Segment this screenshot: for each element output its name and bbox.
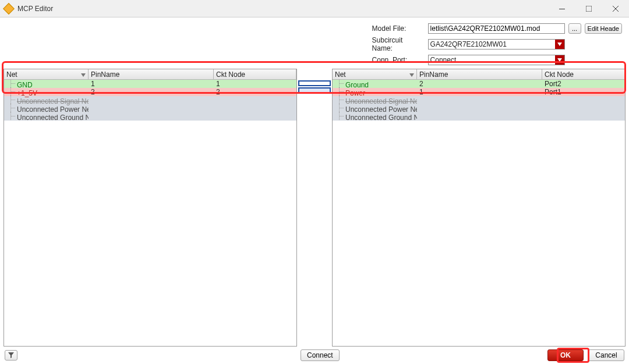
model-file-label: Model File: bbox=[372, 24, 425, 33]
chevron-down-icon bbox=[555, 55, 564, 65]
browse-button[interactable]: ... bbox=[568, 23, 581, 34]
cell-pinname: 1 bbox=[417, 88, 542, 96]
connect-button[interactable]: Connect bbox=[301, 349, 340, 361]
col-pinname[interactable]: PinName bbox=[89, 69, 214, 79]
tree-branch-icon bbox=[335, 96, 345, 104]
tree-branch-icon bbox=[6, 104, 17, 112]
window-title: MCP Editor bbox=[17, 5, 53, 13]
link-column bbox=[297, 69, 332, 347]
right-grid-header: Net PinName Ckt Node bbox=[333, 69, 625, 80]
cancel-button[interactable]: Cancel bbox=[588, 349, 624, 361]
cell-cktnode: Port1 bbox=[542, 88, 625, 96]
tree-branch-icon bbox=[6, 112, 17, 120]
left-grid-body[interactable]: GND11+1_5V22Unconnected Signal Net(s)Unc… bbox=[4, 80, 296, 346]
subcircuit-label: Subcircuit Name: bbox=[372, 36, 425, 52]
col-pinname[interactable]: PinName bbox=[417, 69, 542, 79]
funnel-icon bbox=[8, 352, 14, 358]
minimize-button[interactable] bbox=[549, 0, 575, 17]
conn-port-label: Conn. Port: bbox=[372, 56, 425, 64]
titlebar: MCP Editor bbox=[0, 0, 629, 17]
mcp-editor-window: MCP Editor Model File: ... Edit Heade Su… bbox=[0, 0, 629, 364]
cell-net: Unconnected Ground N... bbox=[333, 112, 417, 122]
subcircuit-select[interactable]: GA242QR7E2102MW01 bbox=[428, 39, 565, 50]
main-area: Net PinName Ckt Node GND11+1_5V22Unconne… bbox=[0, 69, 629, 347]
filter-button[interactable] bbox=[5, 350, 17, 361]
col-net[interactable]: Net bbox=[333, 69, 417, 79]
cell-net: Unconnected Ground N... bbox=[4, 112, 89, 122]
app-icon bbox=[3, 3, 15, 15]
link-indicator-selected bbox=[298, 87, 331, 93]
tree-branch-icon bbox=[6, 80, 17, 87]
close-button[interactable] bbox=[602, 0, 629, 17]
cell-pinname: 2 bbox=[89, 88, 214, 96]
tree-branch-icon bbox=[6, 96, 17, 104]
cell-pinname: 1 bbox=[89, 80, 214, 88]
edit-header-button[interactable]: Edit Heade bbox=[585, 23, 622, 34]
conn-port-select[interactable]: Connect bbox=[428, 55, 565, 65]
col-net[interactable]: Net bbox=[4, 69, 89, 79]
cell-cktnode: 1 bbox=[214, 80, 296, 88]
left-grid-header: Net PinName Ckt Node bbox=[4, 69, 296, 80]
tree-branch-icon bbox=[335, 104, 345, 112]
tree-branch-icon bbox=[335, 112, 345, 120]
subcircuit-value: GA242QR7E2102MW01 bbox=[430, 40, 507, 48]
table-row[interactable]: Unconnected Ground N... bbox=[4, 112, 296, 121]
maximize-button[interactable] bbox=[575, 0, 602, 17]
bottom-bar: Connect OK Cancel bbox=[0, 347, 629, 364]
model-file-input[interactable] bbox=[428, 23, 565, 34]
chevron-down-icon bbox=[81, 70, 86, 79]
table-row[interactable]: Unconnected Ground N... bbox=[333, 112, 625, 121]
cell-cktnode: 2 bbox=[214, 88, 296, 96]
link-indicator bbox=[298, 80, 331, 86]
cell-cktnode: Port2 bbox=[542, 80, 625, 88]
col-cktnode[interactable]: Ckt Node bbox=[214, 69, 296, 79]
cell-pinname: 2 bbox=[417, 80, 542, 88]
left-pane: Net PinName Ckt Node GND11+1_5V22Unconne… bbox=[3, 69, 297, 347]
right-pane: Net PinName Ckt Node Ground2Port2Power1P… bbox=[332, 69, 626, 347]
right-grid-body[interactable]: Ground2Port2Power1Port1Unconnected Signa… bbox=[333, 80, 625, 346]
svg-rect-0 bbox=[559, 9, 565, 9]
chevron-down-icon bbox=[409, 70, 414, 79]
chevron-down-icon bbox=[555, 40, 564, 49]
col-cktnode[interactable]: Ckt Node bbox=[542, 69, 625, 79]
svg-rect-1 bbox=[586, 6, 592, 12]
conn-port-value: Connect bbox=[430, 56, 457, 64]
tree-branch-icon bbox=[335, 87, 345, 96]
ok-button[interactable]: OK bbox=[547, 349, 584, 361]
form-area: Model File: ... Edit Heade Subcircuit Na… bbox=[0, 17, 629, 69]
tree-branch-icon bbox=[335, 80, 345, 87]
tree-branch-icon bbox=[6, 87, 17, 96]
